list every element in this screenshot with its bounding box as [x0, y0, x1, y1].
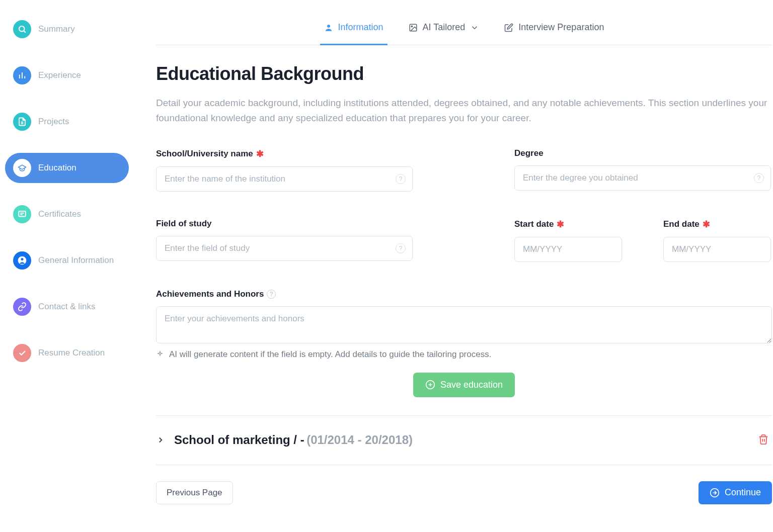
user-circle-icon — [13, 251, 31, 270]
end-date-label: End date ✱ — [663, 219, 771, 230]
arrow-circle-right-icon — [710, 488, 720, 498]
entry-title: School of marketing / - — [174, 433, 304, 447]
trash-icon — [758, 434, 769, 445]
certificate-icon — [13, 205, 31, 223]
sidebar-item-summary[interactable]: Summary — [5, 14, 129, 44]
field-input[interactable] — [156, 236, 413, 261]
school-input[interactable] — [156, 166, 413, 192]
sidebar-item-label: Projects — [38, 117, 69, 127]
degree-input[interactable] — [514, 165, 771, 191]
sidebar-item-label: Summary — [38, 24, 75, 34]
required-icon: ✱ — [256, 148, 264, 159]
ai-hint: AI will generate content if the field is… — [156, 349, 772, 360]
tab-information[interactable]: Information — [320, 14, 388, 45]
help-icon[interactable]: ? — [267, 290, 276, 299]
sidebar-item-label: Resume Creation — [38, 348, 105, 358]
tab-label: Information — [338, 22, 383, 33]
previous-page-button[interactable]: Previous Page — [156, 481, 233, 504]
sidebar-item-contact[interactable]: Contact & links — [5, 292, 129, 322]
help-icon[interactable]: ? — [396, 243, 406, 253]
continue-button[interactable]: Continue — [699, 481, 772, 504]
sidebar-item-label: Education — [38, 163, 76, 173]
sidebar-item-projects[interactable]: Projects — [5, 107, 129, 137]
plus-circle-icon — [425, 380, 435, 390]
main: Information AI Tailored Interview Prepar… — [129, 14, 773, 532]
svg-rect-1 — [19, 211, 26, 217]
check-icon — [13, 344, 31, 362]
sidebar-item-label: Contact & links — [38, 302, 95, 312]
save-education-button[interactable]: Save education — [413, 373, 515, 397]
chevron-down-icon — [470, 23, 479, 32]
sidebar-item-label: Experience — [38, 70, 81, 80]
link-icon — [13, 298, 31, 316]
user-icon — [324, 23, 333, 32]
image-icon — [409, 23, 418, 32]
school-label: School/University name ✱ — [156, 148, 413, 159]
sidebar-item-label: General Information — [38, 255, 114, 265]
edit-icon — [504, 23, 513, 32]
sidebar-item-certificates[interactable]: Certificates — [5, 199, 129, 229]
sidebar-item-label: Certificates — [38, 209, 81, 219]
search-icon — [13, 20, 31, 38]
field-label: Field of study — [156, 219, 413, 229]
tab-label: Interview Preparation — [518, 22, 604, 33]
tabs: Information AI Tailored Interview Prepar… — [156, 14, 772, 45]
graduation-cap-icon — [13, 159, 31, 177]
chevron-right-icon — [156, 435, 165, 445]
svg-point-4 — [327, 25, 330, 28]
required-icon: ✱ — [703, 219, 710, 230]
sidebar-item-general-info[interactable]: General Information — [5, 245, 129, 276]
sidebar-item-resume-creation[interactable]: Resume Creation — [5, 338, 129, 368]
sidebar: Summary Experience Projects Education Ce… — [0, 14, 129, 532]
education-entry[interactable]: School of marketing / - (01/2014 - 20/20… — [156, 415, 772, 465]
sparkle-icon — [156, 350, 164, 359]
delete-entry-button[interactable] — [755, 431, 772, 450]
document-icon — [13, 113, 31, 131]
achievements-textarea[interactable] — [156, 306, 772, 343]
sidebar-item-experience[interactable]: Experience — [5, 60, 129, 91]
end-date-input[interactable] — [663, 237, 771, 262]
svg-point-3 — [21, 258, 24, 260]
tab-interview-prep[interactable]: Interview Preparation — [500, 14, 608, 45]
start-date-label: Start date ✱ — [514, 219, 622, 230]
svg-point-6 — [411, 26, 412, 27]
page-title: Educational Background — [156, 63, 772, 84]
page-description: Detail your academic background, includi… — [156, 96, 772, 126]
tab-ai-tailored[interactable]: AI Tailored — [405, 14, 484, 45]
bar-chart-icon — [13, 66, 31, 84]
help-icon[interactable]: ? — [396, 174, 406, 184]
required-icon: ✱ — [557, 219, 564, 230]
tab-label: AI Tailored — [423, 22, 466, 33]
svg-point-0 — [19, 26, 25, 32]
degree-label: Degree — [514, 148, 771, 158]
entry-dates: (01/2014 - 20/2018) — [306, 433, 413, 447]
start-date-input[interactable] — [514, 237, 622, 262]
help-icon[interactable]: ? — [754, 173, 764, 183]
sidebar-item-education[interactable]: Education — [5, 153, 129, 183]
achievements-label: Achievements and Honors ? — [156, 289, 772, 299]
